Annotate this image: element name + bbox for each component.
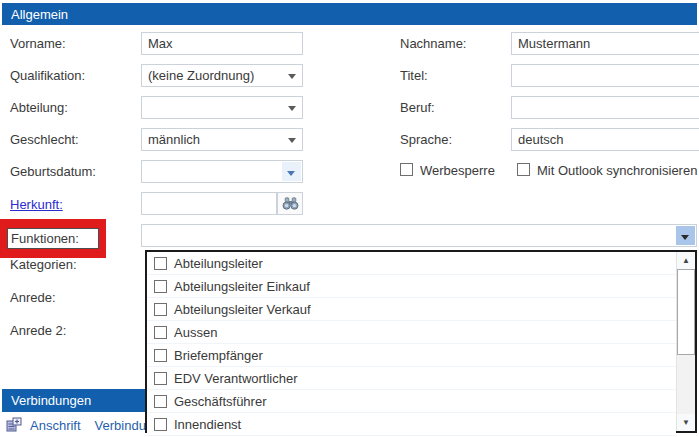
- chevron-down-icon: [288, 138, 296, 143]
- qualifikation-value: (keine Zuordnung): [148, 68, 254, 83]
- checkbox-icon[interactable]: [154, 326, 167, 339]
- abteilung-select[interactable]: [141, 96, 303, 119]
- funktionen-highlight-box: Funktionen:: [0, 219, 106, 258]
- allgemein-panel-title: Allgemein: [11, 7, 68, 22]
- herkunft-input[interactable]: [141, 192, 277, 215]
- tab-anschrift[interactable]: Anschrift: [30, 418, 81, 433]
- chevron-down-icon: [287, 171, 295, 176]
- option-abteilungsleiter[interactable]: Abteilungsleiter: [147, 252, 676, 275]
- outlook-sync-label: Mit Outlook synchronisieren: [537, 163, 697, 178]
- anrede-label: Anrede:: [10, 290, 56, 305]
- titel-input[interactable]: [511, 64, 699, 87]
- anrede2-label: Anrede 2:: [10, 323, 66, 338]
- window-link-icon: [6, 417, 22, 433]
- checkbox-icon[interactable]: [154, 349, 167, 362]
- beruf-input[interactable]: [511, 96, 699, 119]
- calendar-dropdown-button[interactable]: [282, 162, 301, 181]
- checkbox-icon[interactable]: [154, 418, 167, 431]
- option-abteilungsleiter-verkauf[interactable]: Abteilungsleiter Verkauf: [147, 298, 676, 321]
- werbesperre-checkbox[interactable]: [400, 163, 413, 176]
- chevron-down-icon: [681, 235, 689, 240]
- option-label: Geschäftsführer: [174, 394, 267, 409]
- nachname-label: Nachname:: [400, 36, 466, 51]
- option-edv-verantwortlicher[interactable]: EDV Verantwortlicher: [147, 367, 676, 390]
- sprache-input[interactable]: [511, 128, 699, 151]
- checkbox-icon[interactable]: [154, 280, 167, 293]
- option-label: Abteilungsleiter: [174, 256, 263, 271]
- option-aussen[interactable]: Aussen: [147, 321, 676, 344]
- funktionen-highlight-inner: Funktionen:: [7, 228, 99, 249]
- vorname-input[interactable]: [141, 32, 303, 55]
- option-label: Abteilungsleiter Verkauf: [174, 302, 311, 317]
- checkbox-icon[interactable]: [154, 303, 167, 316]
- binoculars-icon: [282, 197, 299, 210]
- checkbox-icon[interactable]: [154, 372, 167, 385]
- option-briefempfaenger[interactable]: Briefempfänger: [147, 344, 676, 367]
- chevron-down-icon: [288, 74, 296, 79]
- chevron-down-icon: [288, 106, 296, 111]
- option-label: EDV Verantwortlicher: [174, 371, 298, 386]
- nachname-input[interactable]: [511, 32, 699, 55]
- qualifikation-label: Qualifikation:: [10, 68, 85, 83]
- checkbox-icon[interactable]: [154, 395, 167, 408]
- funktionen-label: Funktionen:: [11, 231, 79, 246]
- option-label: Aussen: [174, 325, 217, 340]
- geburtsdatum-label: Geburtsdatum:: [10, 164, 96, 179]
- geschlecht-value: männlich: [148, 132, 200, 147]
- beruf-label: Beruf:: [400, 100, 435, 115]
- allgemein-panel-header: Allgemein: [2, 3, 697, 25]
- werbesperre-label: Werbesperre: [420, 163, 495, 178]
- option-geschaeftsfuehrer[interactable]: Geschäftsführer: [147, 390, 676, 413]
- funktionen-dropdown-button[interactable]: [676, 226, 695, 245]
- arrow-down-icon: ▼: [682, 419, 690, 427]
- sprache-label: Sprache:: [400, 132, 452, 147]
- option-innendienst[interactable]: Innendienst: [147, 413, 676, 436]
- funktionen-option-list: Abteilungsleiter Abteilungsleiter Einkau…: [147, 252, 676, 431]
- geschlecht-label: Geschlecht:: [10, 132, 79, 147]
- funktionen-dropdown-list: Abteilungsleiter Abteilungsleiter Einkau…: [145, 250, 697, 433]
- arrow-up-icon: ▲: [682, 257, 690, 265]
- scroll-down-button[interactable]: ▼: [677, 414, 695, 431]
- vorname-label: Vorname:: [10, 36, 66, 51]
- abteilung-label: Abteilung:: [10, 100, 68, 115]
- herkunft-lookup-button[interactable]: [277, 192, 303, 215]
- kategorien-label: Kategorien:: [10, 257, 77, 272]
- checkbox-icon[interactable]: [154, 257, 167, 270]
- option-label: Briefempfänger: [174, 348, 263, 363]
- dropdown-scrollbar[interactable]: ▲ ▼: [676, 252, 695, 431]
- option-label: Innendienst: [174, 417, 241, 432]
- titel-label: Titel:: [400, 68, 428, 83]
- verbindungen-panel-title: Verbindungen: [11, 393, 91, 408]
- scrollbar-thumb[interactable]: [677, 269, 695, 355]
- funktionen-combobox[interactable]: [141, 224, 697, 247]
- herkunft-link[interactable]: Herkunft:: [10, 197, 63, 212]
- contact-form-screen: Allgemein Vorname: Qualifikation: Abteil…: [0, 0, 699, 437]
- geburtsdatum-picker[interactable]: [141, 160, 303, 183]
- option-label: Abteilungsleiter Einkauf: [174, 279, 310, 294]
- outlook-sync-checkbox[interactable]: [517, 163, 530, 176]
- option-abteilungsleiter-einkauf[interactable]: Abteilungsleiter Einkauf: [147, 275, 676, 298]
- geschlecht-select[interactable]: männlich: [141, 128, 303, 151]
- scroll-up-button[interactable]: ▲: [677, 252, 695, 269]
- qualifikation-select[interactable]: (keine Zuordnung): [141, 64, 303, 87]
